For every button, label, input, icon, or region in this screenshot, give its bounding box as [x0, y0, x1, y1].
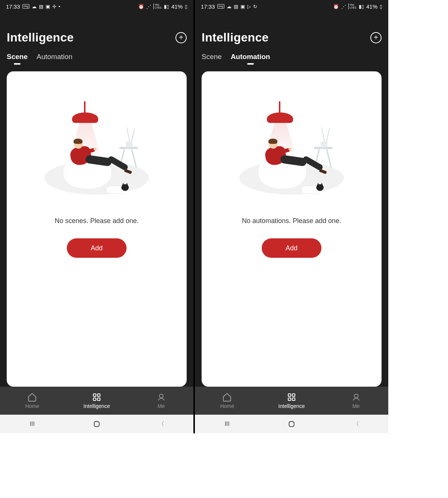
status-bar: 17:33 ring ☁ ▧ ▣ ✢ • ⏰ ⋰ Vo)LTE1 ▮▯ 41% … — [0, 0, 193, 13]
svg-point-4 — [159, 394, 163, 398]
battery-icon: ▯ — [380, 4, 382, 9]
status-time: 17:33 — [6, 3, 20, 10]
add-button[interactable]: Add — [67, 238, 127, 258]
cloud-icon: ☁ — [227, 4, 231, 9]
page-title: Intelligence — [202, 31, 269, 44]
ring-icon: ring — [22, 4, 29, 9]
tab-scene[interactable]: Scene — [202, 53, 222, 61]
nav-home-label: Home — [25, 403, 39, 409]
nav-me[interactable]: Me — [129, 387, 193, 415]
svg-rect-2 — [93, 398, 96, 400]
camera-off-icon: ▣ — [46, 4, 50, 9]
alarm-icon: ⏰ — [138, 4, 144, 9]
volte-icon: Vo)LTE1 — [348, 3, 357, 9]
svg-rect-5 — [94, 421, 99, 426]
tab-automation[interactable]: Automation — [231, 53, 270, 61]
bottom-nav: Home Intelligence Me — [0, 387, 193, 415]
tab-automation[interactable]: Automation — [37, 53, 72, 61]
user-icon — [156, 392, 166, 402]
battery-pct: 41% — [366, 3, 377, 10]
nav-intelligence[interactable]: Intelligence — [259, 387, 324, 415]
home-button[interactable] — [286, 418, 297, 430]
page-title: Intelligence — [7, 31, 74, 44]
battery-icon: ▯ — [185, 4, 187, 9]
image-icon: ▧ — [39, 4, 43, 9]
pinwheel-icon: ✢ — [52, 4, 56, 9]
svg-rect-8 — [288, 398, 291, 400]
nav-intelligence[interactable]: Intelligence — [65, 387, 129, 415]
svg-rect-7 — [292, 394, 295, 396]
add-icon-button[interactable]: + — [175, 32, 187, 43]
signal-icon: ▮▯ — [164, 4, 169, 9]
bottom-nav: Home Intelligence Me — [195, 387, 388, 415]
add-icon-button[interactable]: + — [370, 32, 382, 43]
status-time: 17:33 — [201, 3, 215, 10]
empty-illustration — [239, 101, 344, 206]
svg-point-10 — [354, 394, 358, 398]
back-button[interactable]: 〈 — [156, 418, 167, 430]
back-button[interactable]: 〈 — [351, 418, 362, 430]
status-bar: 17:33 ring ☁ ▧ ▣ ▷ ↻ ⏰ ⋰ Vo)LTE1 ▮▯ 41% … — [195, 0, 388, 13]
home-icon — [27, 392, 37, 402]
tab-bar: Scene Automation — [195, 48, 388, 66]
svg-rect-3 — [97, 398, 100, 400]
android-navbar: III 〈 — [0, 415, 193, 433]
signal-icon: ▮▯ — [359, 4, 364, 9]
svg-rect-11 — [289, 421, 294, 426]
grid-icon — [287, 392, 296, 402]
empty-message: No scenes. Please add one. — [55, 217, 139, 225]
nav-me-label: Me — [158, 403, 165, 409]
recents-button[interactable]: III — [27, 418, 38, 430]
battery-pct: 41% — [171, 3, 183, 10]
nav-home-label: Home — [220, 403, 234, 409]
nav-me-label: Me — [352, 403, 360, 409]
android-navbar: III 〈 — [195, 415, 388, 433]
svg-rect-1 — [97, 394, 100, 396]
wifi-icon: ⋰ — [146, 4, 151, 9]
tab-scene[interactable]: Scene — [7, 53, 28, 61]
svg-rect-6 — [288, 394, 291, 396]
home-button[interactable] — [91, 418, 102, 430]
cloud-icon: ☁ — [32, 4, 37, 9]
camera-off-icon: ▣ — [240, 4, 245, 9]
recents-button[interactable]: III — [221, 418, 233, 430]
svg-rect-0 — [93, 394, 96, 396]
add-button[interactable]: Add — [262, 238, 321, 258]
image-icon: ▧ — [234, 4, 238, 9]
ring-icon: ring — [217, 4, 224, 9]
home-icon — [222, 392, 232, 402]
nav-intelligence-label: Intelligence — [84, 403, 110, 409]
phone-scene: 17:33 ring ☁ ▧ ▣ ✢ • ⏰ ⋰ Vo)LTE1 ▮▯ 41% … — [0, 0, 193, 433]
tab-bar: Scene Automation — [0, 48, 193, 66]
nav-home[interactable]: Home — [195, 387, 259, 415]
empty-illustration — [44, 101, 149, 206]
user-icon — [351, 392, 361, 402]
sync-icon: ↻ — [253, 4, 257, 9]
svg-rect-9 — [292, 398, 295, 400]
nav-home[interactable]: Home — [0, 387, 65, 415]
plus-icon: + — [374, 33, 378, 42]
wifi-icon: ⋰ — [341, 4, 346, 9]
alarm-icon: ⏰ — [333, 4, 339, 9]
nav-intelligence-label: Intelligence — [279, 403, 305, 409]
play-icon: ▷ — [247, 4, 251, 9]
dot-icon: • — [59, 4, 60, 9]
empty-message: No automations. Please add one. — [242, 217, 341, 225]
phone-automation: 17:33 ring ☁ ▧ ▣ ▷ ↻ ⏰ ⋰ Vo)LTE1 ▮▯ 41% … — [195, 0, 388, 433]
empty-card: No automations. Please add one. Add — [202, 71, 382, 387]
plus-icon: + — [179, 33, 183, 42]
nav-me[interactable]: Me — [324, 387, 388, 415]
grid-icon — [92, 392, 102, 402]
empty-card: No scenes. Please add one. Add — [7, 71, 187, 387]
volte-icon: Vo)LTE1 — [153, 3, 162, 9]
